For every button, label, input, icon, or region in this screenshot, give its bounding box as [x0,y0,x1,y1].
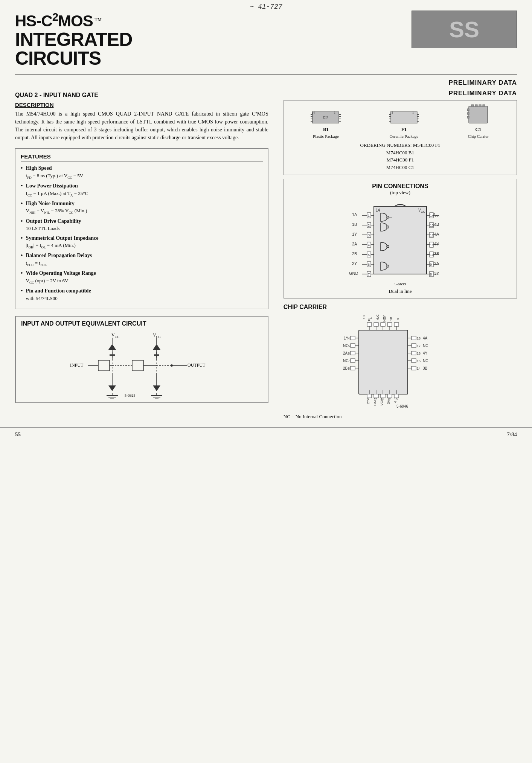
svg-text:8: 8 [389,317,393,319]
svg-rect-158 [412,351,416,355]
dip-connections-svg: 14 VCC 1A 1 1B 2 [336,199,464,282]
pkg-f1-code: F1 [401,126,407,132]
rpin-3a-label: 3A [434,261,439,266]
lpin-1a-label: 1A [352,212,357,217]
feature-low-power-main: Low Power Dissipation [26,182,88,190]
handwriting-note: ~ 41-727 [250,3,282,11]
carrier-svg [467,104,489,125]
output-label: OUTPUT [187,362,206,368]
svg-text:13: 13 [394,397,398,401]
feature-voltage-range-sub: VCC (opr) = 2V to 6V [26,277,96,285]
pkg-f1: 14 1 F1 Ceramic Package [389,110,419,139]
quad-gate-title: QUAD 2 - INPUT NAND GATE [15,92,268,99]
svg-text:10: 10 [362,315,366,319]
svg-text:2A: 2A [343,351,348,355]
svg-rect-138 [351,351,355,355]
svg-text:12: 12 [430,233,434,237]
rpin-3b-label: 3B [434,251,439,256]
svg-rect-57 [469,106,488,123]
svg-text:3: 3 [368,233,370,237]
svg-text:4: 4 [369,317,373,319]
svg-text:4Y: 4Y [423,351,428,355]
svg-rect-140 [351,366,355,370]
feature-low-power-text: Low Power Dissipation ICC = 1 μA (Max.) … [26,182,88,198]
svg-text:6: 6 [368,263,370,267]
io-circuit-title: INPUT AND OUTPUT EQUIVALENT CIRCUIT [21,320,262,327]
feature-output-drive-text: Output Drive Capability 10 LSTTL Loads [26,218,81,232]
svg-rect-65 [374,206,427,274]
svg-rect-136 [351,336,355,340]
svg-rect-139 [351,359,355,362]
svg-text:16: 16 [417,352,421,355]
svg-text:14: 14 [417,367,421,370]
lpin-1y-label: 1Y [352,232,357,236]
brand-circuits: CIRCUITS [15,49,132,68]
feature-voltage-range-main: Wide Operating Voltage Range [26,270,96,277]
bullet-1: • [21,164,23,172]
svg-rect-137 [351,344,355,347]
logo-top: HS-C2MOS™ [15,11,132,30]
svg-text:14: 14 [430,214,434,218]
svg-rect-157 [412,344,416,347]
pkg-b1-name: Plastic Package [313,134,339,139]
feature-noise-text: High Noise Immunity VNIH = VNIL = 28% VC… [26,200,87,215]
pmos-symbol-1 [108,344,116,350]
output-node [171,364,173,367]
description-title: DESCRIPTION [15,102,268,108]
feature-pin-compat-text: Pin and Function compatible with 54/74LS… [26,287,91,302]
nc-note: NC = No Internal Connection [284,414,517,420]
svg-rect-64 [467,116,469,118]
svg-rect-156 [412,336,416,340]
content-area: QUAD 2 - INPUT NAND GATE DESCRIPTION The… [0,90,532,420]
svg-rect-127 [381,323,385,326]
svg-text:17: 17 [417,344,421,348]
svg-text:1Y: 1Y [344,336,349,340]
feature-output-drive-main: Output Drive Capability [26,218,81,225]
feature-noise-main: High Noise Immunity [26,200,87,207]
svg-text:2: 2 [368,224,370,227]
feature-noise: • High Noise Immunity VNIH = VNIL = 28% … [21,200,263,215]
feature-sym-impedance-text: Symmetrical Output Impedance |IOH| = IOL… [26,235,99,250]
package-images: DIP 14 1 B1 Plastic Package [287,104,514,139]
ordering-m74-f1: M74HC00 F1 [387,157,414,163]
rpin-4a-label: 4A [434,232,439,236]
svg-text:14: 14 [312,111,315,114]
logo-section: HS-C2MOS™ INTEGRATED CIRCUITS [15,11,132,68]
footer-date: 7/84 [507,431,517,438]
svg-text:3B: 3B [423,366,428,370]
svg-text:13: 13 [430,224,434,227]
pkg-c1-code: C1 [475,126,481,132]
svg-text:6: 6 [348,352,350,355]
feature-pin-compat-main: Pin and Function compatible [26,287,91,295]
package-box: DIP 14 1 B1 Plastic Package [284,100,517,175]
svg-text:11: 11 [430,243,434,247]
circuit-part-number: 5-6925 [125,393,135,397]
pin14-corner: 14 [376,208,380,212]
nmos-symbol-2 [153,385,160,391]
svg-rect-63 [467,113,469,114]
brand-integrated: INTEGRATED [15,30,132,49]
svg-text:8: 8 [396,318,400,320]
svg-text:NC: NC [423,359,428,363]
svg-text:DIP: DIP [323,116,328,119]
svg-text:1: 1 [412,111,414,114]
svg-text:12: 12 [387,397,391,401]
pkg-c1: C1 Chip Carrier [467,104,489,139]
left-section: QUAD 2 - INPUT NAND GATE DESCRIPTION The… [15,90,272,420]
ceramic-svg: 14 1 [389,110,419,125]
feature-noise-sub: VNIH = VNIL = 28% VCC (Min.) [26,207,87,215]
svg-text:7: 7 [368,273,370,276]
svg-text:1: 1 [334,111,335,114]
feature-voltage-range-text: Wide Operating Voltage Range VCC (opr) =… [26,270,96,285]
ordering-m74-c1: M74HC00 C1 [386,164,414,170]
description-text: The M54/74HC00 is a high speed CMOS QUAD… [15,110,268,142]
svg-rect-125 [367,323,372,326]
lpin-2a-label: 2A [352,242,357,246]
prelim-data-label: PRELIMINARY DATA [280,79,517,87]
svg-text:8: 8 [348,367,350,370]
feature-voltage-range: • Wide Operating Voltage Range VCC (opr)… [21,270,263,285]
pkg-b1: DIP 14 1 B1 Plastic Package [311,110,341,139]
pmos-symbol-2 [153,344,160,350]
page: ~ 41-727 HS-C2MOS™ INTEGRATED CIRCUITS P… [0,0,532,763]
svg-text:NC: NC [343,359,348,363]
